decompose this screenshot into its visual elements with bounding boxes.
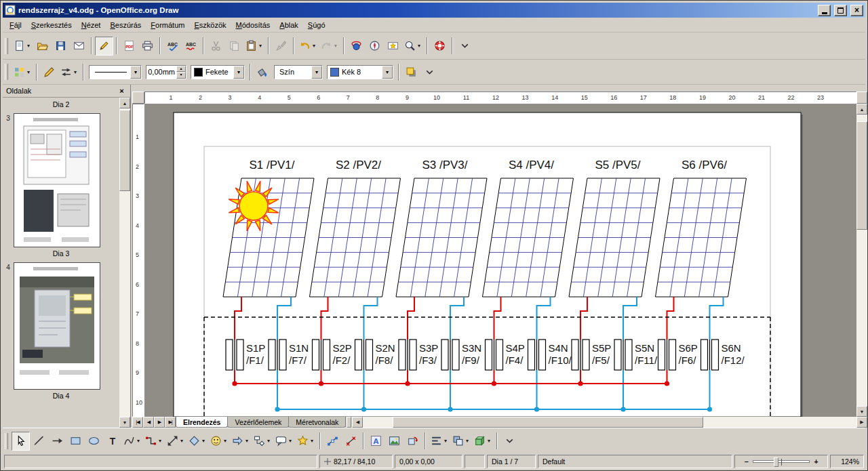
pages-scrollbar[interactable]: ▲ ▼ (119, 98, 130, 428)
scroll-up-icon[interactable]: ▲ (856, 104, 867, 115)
canvas-vscrollbar-thumb[interactable] (856, 121, 867, 230)
tabs-splitter-handle[interactable] (347, 417, 351, 428)
document-as-email-button[interactable] (70, 37, 88, 56)
scroll-left-icon[interactable]: ◀ (352, 417, 363, 428)
line-style-select[interactable]: ▾ (89, 65, 142, 79)
page-entry[interactable]: 3Dia 3 (3, 113, 119, 258)
dropdown-arrow-icon[interactable]: ▾ (465, 438, 470, 444)
dropdown-arrow-icon[interactable]: ▾ (443, 438, 448, 444)
scrollbar-split-button[interactable] (856, 91, 867, 104)
redo-button[interactable]: ▾ (319, 37, 340, 56)
open-document-button[interactable] (33, 37, 52, 56)
fuse-label[interactable]: /F9/ (462, 354, 480, 366)
dropdown-arrow-icon[interactable]: ▾ (258, 43, 263, 49)
status-slide-cell[interactable]: Dia 1 / 7 (487, 455, 536, 468)
page-thumbnail[interactable] (14, 113, 100, 247)
line-dialog-button[interactable] (40, 62, 58, 81)
last-slide-button[interactable]: ▶| (165, 417, 176, 428)
spellcheck-button[interactable]: ABC (163, 37, 182, 56)
dropdown-arrow-icon[interactable]: ▾ (130, 66, 141, 79)
horizontal-ruler[interactable]: 1234567891011121314151617181920212223 (144, 91, 856, 104)
gallery-button[interactable] (384, 37, 402, 56)
string-label[interactable]: S4 /PV4/ (509, 159, 554, 171)
scroll-down-icon[interactable]: ▼ (119, 417, 130, 428)
title-bar[interactable]: rendszerrajz_v4.odg - OpenOffice.org Dra… (3, 3, 865, 18)
pages-panel-close-icon[interactable]: × (117, 86, 127, 96)
fuse-symbol[interactable] (279, 340, 286, 370)
status-position-cell[interactable]: 82,17 / 84,10 (319, 455, 393, 468)
canvas-hscrollbar-track[interactable] (363, 417, 856, 428)
menu-modositas[interactable]: Módosítás (231, 18, 275, 32)
fuse-label[interactable]: /F5/ (592, 354, 610, 366)
dropdown-arrow-icon[interactable]: ▾ (311, 43, 317, 49)
menu-sugo[interactable]: Súgó (303, 18, 330, 32)
fuse-symbol[interactable] (528, 340, 535, 370)
select-tool[interactable] (12, 432, 30, 451)
maximize-button[interactable] (834, 5, 847, 16)
fuse-label[interactable]: S1P (246, 342, 265, 354)
fuse-label[interactable]: S4N (549, 342, 568, 354)
extrusion-toggle-button[interactable]: ▾ (472, 432, 494, 451)
area-dialog-button[interactable] (254, 62, 272, 81)
fuse-symbol[interactable] (572, 340, 578, 370)
tab-meretvonalak[interactable]: Méretvonalak (288, 417, 346, 428)
fuse-symbol[interactable] (452, 340, 459, 370)
fuse-label[interactable]: /F10/ (549, 354, 572, 366)
zoom-slider-thumb[interactable] (774, 457, 778, 467)
fuse-symbol[interactable] (355, 340, 362, 370)
fuse-symbol[interactable] (237, 340, 243, 370)
arrange-button[interactable]: ▾ (450, 432, 472, 451)
line-tool[interactable] (30, 432, 48, 451)
toolbar-grip[interactable] (5, 64, 8, 80)
fuse-label[interactable]: S4P (506, 342, 525, 354)
fuse-symbol[interactable] (226, 340, 233, 370)
status-zoom-cell[interactable]: 124% (830, 455, 864, 468)
edit-file-button[interactable] (95, 37, 113, 56)
fuse-label[interactable]: /F3/ (419, 354, 437, 366)
rotate-tool[interactable] (403, 432, 422, 451)
minimize-button[interactable] (818, 5, 831, 16)
save-document-button[interactable] (52, 37, 70, 56)
fuse-symbol[interactable] (313, 340, 319, 370)
previous-slide-button[interactable]: ◀ (143, 417, 154, 428)
dropdown-arrow-icon[interactable]: ▾ (416, 43, 422, 49)
dropdown-arrow-icon[interactable]: ▾ (244, 438, 250, 444)
fuse-symbol[interactable] (669, 340, 676, 370)
fuse-label[interactable]: S3N (462, 342, 481, 354)
fuse-label[interactable]: /F2/ (333, 354, 351, 366)
cut-button[interactable] (207, 37, 225, 56)
canvas-vscrollbar-track[interactable] (856, 115, 867, 406)
string-label[interactable]: S6 /PV6/ (682, 159, 727, 171)
fuse-label[interactable]: /F11/ (635, 354, 658, 366)
fuse-symbol[interactable] (583, 340, 589, 370)
callout-shapes-tool[interactable]: ▾ (273, 432, 295, 451)
pages-scrollbar-thumb[interactable] (119, 110, 130, 191)
dropdown-arrow-icon[interactable]: ▾ (73, 69, 78, 75)
fuse-label[interactable]: S5N (635, 342, 654, 354)
text-tool[interactable]: T (103, 432, 121, 451)
fuse-label[interactable]: S2P (333, 342, 352, 354)
fuse-symbol[interactable] (399, 340, 406, 370)
symbol-shapes-tool[interactable]: ▾ (208, 432, 230, 451)
canvas-horizontal-scrollbar[interactable]: ◀ ▶ (352, 417, 867, 428)
fuse-symbol[interactable] (539, 340, 546, 370)
string-label[interactable]: S3 /PV3/ (422, 159, 467, 171)
menu-formatum[interactable]: Formátum (146, 18, 189, 32)
scroll-down-icon[interactable]: ▼ (856, 406, 867, 417)
fuse-label[interactable]: S6N (722, 342, 741, 354)
help-button[interactable] (431, 37, 449, 56)
fuse-label[interactable]: S2N (376, 342, 395, 354)
page-entry[interactable]: 4Dia 4 (3, 262, 119, 400)
dropdown-arrow-icon[interactable]: ▾ (382, 66, 393, 79)
insert-picture-button[interactable] (385, 432, 403, 451)
arrow-tool[interactable] (48, 432, 66, 451)
zoom-in-button[interactable]: + (812, 457, 820, 466)
fuse-symbol[interactable] (625, 340, 632, 370)
hyperlink-button[interactable] (347, 37, 366, 56)
fuse-label[interactable]: S1N (289, 342, 309, 354)
toolbar-options-button[interactable] (456, 37, 474, 56)
ellipse-tool[interactable] (85, 432, 103, 451)
print-button[interactable] (138, 37, 157, 56)
zoom-slider[interactable] (753, 460, 810, 463)
fuse-label[interactable]: /F4/ (506, 354, 524, 366)
